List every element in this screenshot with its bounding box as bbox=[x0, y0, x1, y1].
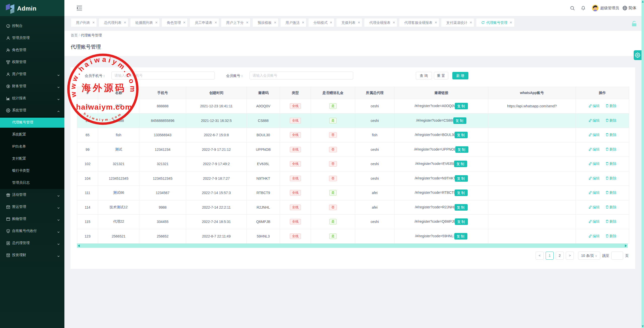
svg-text:海外源码: 海外源码 bbox=[82, 83, 126, 93]
svg-text:haiwaiym.com: haiwaiym.com bbox=[76, 103, 132, 111]
